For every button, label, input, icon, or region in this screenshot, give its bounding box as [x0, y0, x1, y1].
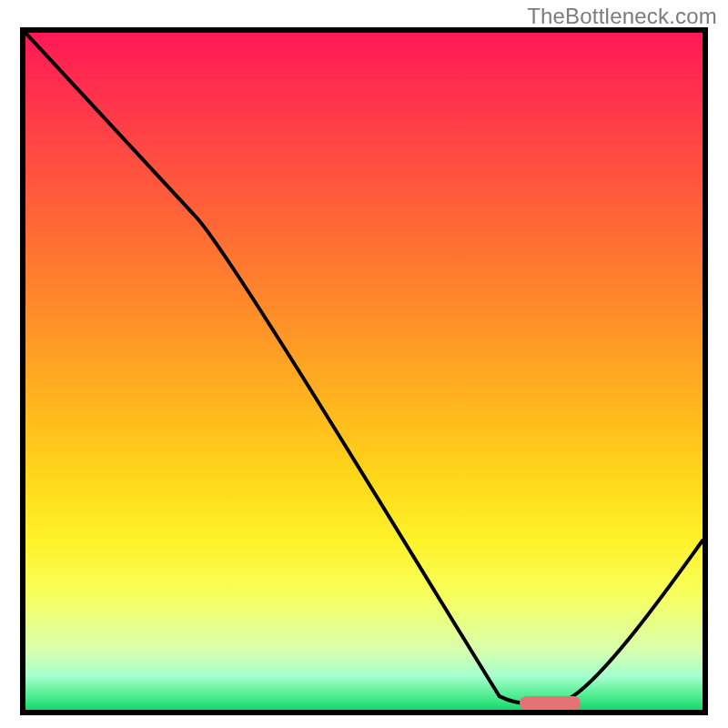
- watermark-label: TheBottleneck.com: [527, 4, 717, 29]
- plot-frame: [20, 27, 708, 715]
- bottleneck-curve: [25, 33, 703, 710]
- optimal-marker: [520, 696, 581, 711]
- chart-container: TheBottleneck.com: [0, 0, 728, 728]
